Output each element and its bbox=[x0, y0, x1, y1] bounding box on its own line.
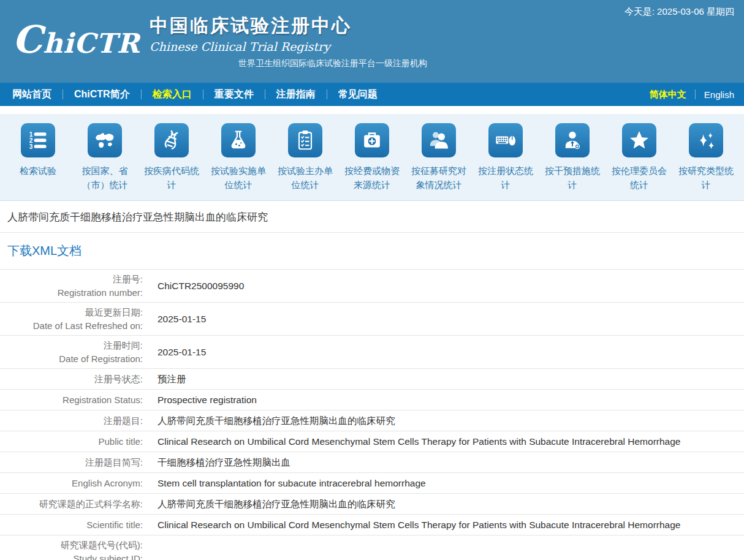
tile-label: 按干预措施统计 bbox=[543, 164, 602, 192]
row-label-zh: 最近更新日期: bbox=[0, 306, 143, 319]
tile-label: 按征募研究对象情况统计 bbox=[409, 164, 468, 192]
nav-separator bbox=[203, 89, 203, 99]
row-value bbox=[150, 550, 744, 554]
row-value: ChiCTR2500095990 bbox=[150, 277, 744, 295]
row-value: Clinical Research on Umbilical Cord Mese… bbox=[150, 433, 744, 451]
today-date: 今天是: 2025-03-06 星期四 bbox=[624, 6, 734, 18]
clipboard-icon bbox=[288, 123, 322, 157]
row-label-zh: 注册号状态: bbox=[0, 370, 150, 388]
nav-item-about[interactable]: ChiCTR简介 bbox=[72, 88, 132, 101]
tile-label: 按试验主办单位统计 bbox=[276, 164, 335, 192]
tile-label: 按经费或物资来源统计 bbox=[343, 164, 401, 192]
nav-separator bbox=[141, 89, 142, 99]
nav-item-search[interactable]: 检索入口 bbox=[150, 88, 194, 101]
tile-label: 按试验实施单位统计 bbox=[209, 164, 268, 192]
nav-separator bbox=[327, 89, 327, 99]
row-label-en: Public title: bbox=[0, 433, 150, 451]
row-label-en: Scientific title: bbox=[0, 516, 150, 534]
download-row: 下载XML文档 bbox=[0, 233, 744, 270]
tile-by-country[interactable]: 按国家、省（市）统计 bbox=[72, 123, 138, 194]
nav-item-guide[interactable]: 注册指南 bbox=[274, 88, 318, 101]
site-subtitle: 世界卫生组织国际临床试验注册平台一级注册机构 bbox=[238, 58, 427, 69]
row-label-en: Date of Last Refreshed on: bbox=[0, 319, 143, 333]
nav-separator bbox=[265, 89, 265, 99]
nav-item-home[interactable]: 网站首页 bbox=[10, 88, 54, 101]
table-row-acronym-en: English Acronym: Stem cell transplantati… bbox=[0, 473, 744, 494]
tile-by-ethics-committee[interactable]: 按伦理委员会统计 bbox=[606, 123, 672, 194]
people-icon bbox=[422, 123, 456, 157]
table-row-public-title-zh: 注册题目: 人脐带间充质干细胞移植治疗亚急性期脑出血的临床研究 bbox=[0, 411, 744, 431]
nav-item-faq[interactable]: 常见问题 bbox=[336, 88, 380, 101]
flask-icon bbox=[221, 123, 256, 157]
language-switcher: 简体中文 English bbox=[650, 89, 734, 100]
chictr-logo-text: ChiCTR bbox=[12, 21, 140, 59]
download-xml-link[interactable]: 下载XML文档 bbox=[7, 244, 82, 257]
world-map-icon bbox=[88, 123, 122, 157]
site-title-zh: 中国临床试验注册中心 bbox=[150, 13, 427, 39]
star-icon bbox=[622, 123, 656, 157]
tile-label: 检索试验 bbox=[20, 164, 56, 178]
row-value: 2025-01-15 bbox=[150, 343, 744, 361]
lang-english[interactable]: English bbox=[704, 89, 734, 100]
tile-by-recruitment-status[interactable]: 按征募研究对象情况统计 bbox=[406, 123, 472, 194]
tile-label: 按伦理委员会统计 bbox=[610, 164, 669, 192]
row-value: 2025-01-15 bbox=[150, 310, 744, 328]
table-row-last-refreshed: 最近更新日期: Date of Last Refreshed on: 2025-… bbox=[0, 303, 744, 336]
trial-detail-table: 注册号: Registration number: ChiCTR25000959… bbox=[0, 270, 744, 560]
table-row-public-title-en: Public title: Clinical Research on Umbil… bbox=[0, 431, 744, 452]
row-label-zh: 研究课题的正式科学名称: bbox=[0, 495, 150, 513]
tile-label: 按疾病代码统计 bbox=[142, 164, 201, 192]
row-value: Stem cell transplantation for subacute i… bbox=[150, 474, 744, 493]
site-titles: 中国临床试验注册中心 Chinese Clinical Trial Regist… bbox=[150, 13, 427, 69]
tile-label: 按国家、省（市）统计 bbox=[75, 164, 134, 192]
row-value: 预注册 bbox=[150, 370, 744, 388]
row-label-zh: 注册时间: bbox=[0, 339, 143, 352]
table-row-registration-status-en: Registration Status: Prospective registr… bbox=[0, 390, 744, 411]
row-label-zh: 注册题目简写: bbox=[0, 453, 150, 472]
row-value: 人脐带间充质干细胞移植治疗亚急性期脑出血的临床研究 bbox=[150, 412, 744, 430]
tile-by-implementing-unit[interactable]: 按试验实施单位统计 bbox=[205, 123, 271, 194]
tile-by-intervention[interactable]: 按干预措施统计 bbox=[539, 123, 605, 194]
tile-by-funding-source[interactable]: 按经费或物资来源统计 bbox=[339, 123, 405, 194]
main-nav: 网站首页 ChiCTR简介 检索入口 重要文件 注册指南 常见问题 简体中文 E… bbox=[0, 83, 744, 106]
table-row-registration-number: 注册号: Registration number: ChiCTR25000959… bbox=[0, 270, 744, 303]
row-label-en: Study subject ID: bbox=[0, 552, 143, 560]
svg-text:3: 3 bbox=[29, 143, 33, 150]
lang-simplified-chinese[interactable]: 简体中文 bbox=[650, 89, 686, 100]
lang-separator bbox=[695, 89, 696, 99]
tile-label: 按研究类型统计 bbox=[677, 164, 735, 192]
sparkles-icon bbox=[689, 123, 723, 157]
row-label-zh: 注册题目: bbox=[0, 412, 150, 430]
nav-item-documents[interactable]: 重要文件 bbox=[212, 88, 256, 101]
row-value: Prospective registration bbox=[150, 391, 744, 409]
row-value: 人脐带间充质干细胞移植治疗亚急性期脑出血的临床研究 bbox=[150, 495, 744, 513]
page-title: 人脐带间充质干细胞移植治疗亚急性期脑出血的临床研究 bbox=[0, 201, 744, 233]
site-title-en: Chinese Clinical Trial Registry bbox=[150, 40, 427, 53]
nav-items: 网站首页 ChiCTR简介 检索入口 重要文件 注册指南 常见问题 bbox=[10, 88, 650, 101]
numbered-list-icon: 1 2 3 bbox=[21, 123, 55, 157]
row-label-en: Registration number: bbox=[0, 286, 143, 300]
dna-icon bbox=[154, 123, 189, 157]
nav-separator bbox=[63, 89, 63, 99]
row-label-en: English Acronym: bbox=[0, 474, 150, 493]
row-value: 干细胞移植治疗亚急性期脑出血 bbox=[150, 453, 744, 472]
tile-by-study-type[interactable]: 按研究类型统计 bbox=[673, 123, 739, 194]
tile-by-sponsor-unit[interactable]: 按试验主办单位统计 bbox=[272, 123, 338, 194]
tile-by-registration-status[interactable]: 按注册状态统计 bbox=[473, 123, 539, 194]
row-label-zh: 注册号: bbox=[0, 273, 143, 286]
row-value: Clinical Research on Umbilical Cord Mese… bbox=[150, 516, 744, 534]
table-row-scientific-title-en: Scientific title: Clinical Research on U… bbox=[0, 515, 744, 535]
tile-search-trials[interactable]: 1 2 3 检索试验 bbox=[5, 123, 71, 194]
first-aid-kit-icon bbox=[355, 123, 389, 157]
row-label-en: Registration Status: bbox=[0, 391, 150, 409]
quick-stats-strip: 1 2 3 检索试验 按国家、省（市）统计 bbox=[0, 114, 744, 201]
table-row-registration-date: 注册时间: Date of Registration: 2025-01-15 bbox=[0, 336, 744, 369]
keyboard-mouse-icon bbox=[488, 123, 523, 157]
row-label-en: Date of Registration: bbox=[0, 352, 143, 366]
table-row-acronym-zh: 注册题目简写: 干细胞移植治疗亚急性期脑出血 bbox=[0, 452, 744, 473]
tile-by-disease-code[interactable]: 按疾病代码统计 bbox=[139, 123, 205, 194]
doctor-icon bbox=[555, 123, 590, 157]
row-label-zh: 研究课题代号(代码): bbox=[0, 539, 143, 552]
tile-label: 按注册状态统计 bbox=[476, 164, 535, 192]
table-row-scientific-title-zh: 研究课题的正式科学名称: 人脐带间充质干细胞移植治疗亚急性期脑出血的临床研究 bbox=[0, 494, 744, 515]
